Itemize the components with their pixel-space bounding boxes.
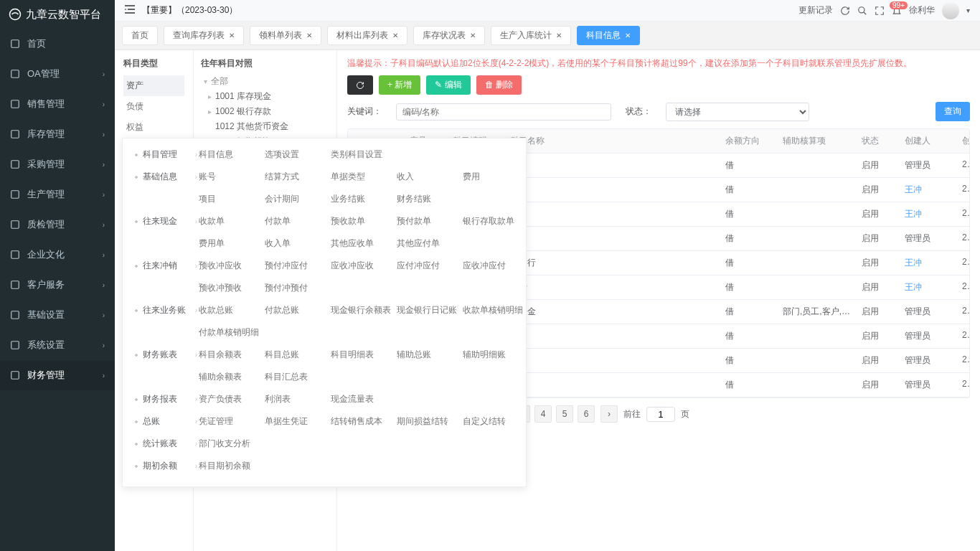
mega-item[interactable]: 辅助总账 [395,346,461,364]
mega-item[interactable]: 单据类型 [329,168,395,186]
tab-4[interactable]: 库存状况表✕ [413,26,485,45]
tree-node-1002[interactable]: ▸1002 银行存款 [195,104,335,119]
delete-button[interactable]: 🗑 删除 [476,75,522,95]
mega-item[interactable]: 辅助明细账 [461,346,527,364]
mega-item[interactable]: 财务结账 [395,190,461,208]
mega-item[interactable]: 科目期初余额 [197,457,263,475]
mega-item[interactable]: 银行存取款单 [461,212,527,230]
status-select[interactable]: 请选择 [666,103,809,121]
mega-item[interactable]: 收款总账 [197,301,263,319]
goto-input[interactable] [646,407,675,422]
mega-item[interactable]: 应收冲应收 [329,257,395,275]
mega-item[interactable]: 选项设置 [263,146,329,164]
keyword-input[interactable] [396,103,611,121]
query-button[interactable]: 查询 [936,102,970,121]
mega-item[interactable]: 收入单 [263,235,329,253]
sidebar-item-0[interactable]: 首页 [0,29,115,59]
next-page[interactable]: › [600,405,618,423]
mega-item[interactable]: 单据生凭证 [263,413,329,430]
mega-item[interactable]: 应收冲应付 [461,257,527,275]
top-notice[interactable]: 【重要】（2023-03-30） [142,4,237,17]
sidebar-item-1[interactable]: OA管理› [0,59,115,89]
mega-item[interactable]: 资产负债表 [197,390,263,408]
mega-item[interactable]: 期间损益结转 [395,413,461,430]
sidebar-item-7[interactable]: 企业文化› [0,240,115,270]
mega-item[interactable]: 科目总账 [263,346,329,364]
mega-item[interactable]: 付款总账 [263,301,329,319]
type-item-0[interactable]: 资产 [123,75,184,96]
chevron-down-icon[interactable]: ▾ [966,6,970,14]
mega-item[interactable]: 科目明细表 [329,346,395,364]
sidebar-item-8[interactable]: 客户服务› [0,270,115,300]
mega-item[interactable]: 预收款单 [329,212,395,230]
mega-item[interactable]: 预付款单 [395,212,461,230]
mega-item[interactable]: 预收冲应收 [197,257,263,275]
mega-item[interactable]: 辅助余额表 [197,368,263,386]
mega-item[interactable]: 类别科目设置 [329,146,395,164]
type-item-2[interactable]: 权益 [123,117,184,138]
mega-item[interactable]: 预付冲应付 [263,257,329,275]
mega-item[interactable]: 应付冲应付 [395,257,461,275]
tab-5[interactable]: 生产入库统计✕ [491,26,571,45]
edit-button[interactable]: ✎ 编辑 [426,75,470,95]
add-button[interactable]: + 新增 [379,75,420,95]
mega-item[interactable]: 现金流量表 [329,390,395,408]
mega-item[interactable]: 收款单核销明细 [461,301,527,319]
mega-item[interactable]: 现金银行日记账 [395,301,461,319]
mega-item[interactable]: 科目汇总表 [263,368,329,386]
mega-item[interactable]: 自定义结转 [461,413,527,430]
tab-1[interactable]: 查询库存列表✕ [164,26,244,45]
page-5[interactable]: 5 [556,405,573,423]
tree-root[interactable]: ▾全部 [195,74,335,89]
mega-item[interactable]: 其他应收单 [329,235,395,253]
user-name[interactable]: 徐利华 [909,4,935,17]
mega-item[interactable]: 项目 [197,190,263,208]
tab-2[interactable]: 领料单列表✕ [250,26,321,45]
close-icon[interactable]: ✕ [470,32,476,39]
mega-item[interactable]: 业务结账 [329,190,395,208]
mega-item[interactable]: 账号 [197,168,263,186]
sidebar-item-2[interactable]: 销售管理› [0,89,115,119]
sidebar-item-10[interactable]: 系统设置› [0,330,115,360]
tree-node-1001[interactable]: ▸1001 库存现金 [195,89,335,104]
mega-item[interactable]: 会计期间 [263,190,329,208]
mega-item[interactable]: 科目余额表 [197,346,263,364]
mega-item[interactable]: 凭证管理 [197,413,263,430]
search-icon[interactable] [857,6,867,16]
mega-item[interactable]: 费用 [461,168,527,186]
tab-0[interactable]: 首页 [122,26,158,45]
mega-item[interactable]: 利润表 [263,390,329,408]
mega-item[interactable]: 收入 [395,168,461,186]
sidebar-item-4[interactable]: 采购管理› [0,149,115,179]
mega-item[interactable]: 结算方式 [263,168,329,186]
mega-item[interactable]: 预付冲预付 [263,279,329,297]
mega-item[interactable]: 收款单 [197,212,263,230]
close-icon[interactable]: ✕ [306,32,312,39]
mega-item[interactable]: 付款单核销明细 [197,324,263,342]
tab-6[interactable]: 科目信息✕ [577,26,640,45]
update-log-link[interactable]: 更新记录 [798,4,833,17]
refresh-icon[interactable] [840,6,850,16]
mega-item[interactable]: 预收冲预收 [197,279,263,297]
mega-item[interactable]: 其他应付单 [395,235,461,253]
mega-item[interactable]: 结转销售成本 [329,413,395,430]
close-icon[interactable]: ✕ [229,32,235,39]
sidebar-item-9[interactable]: 基础设置› [0,300,115,330]
close-icon[interactable]: ✕ [556,32,562,39]
page-4[interactable]: 4 [534,405,552,423]
tree-node-1012[interactable]: 1012 其他货币资金 [195,119,335,134]
sidebar-item-3[interactable]: 库存管理› [0,119,115,149]
collapse-icon[interactable] [125,5,135,16]
mega-item[interactable]: 费用单 [197,235,263,253]
close-icon[interactable]: ✕ [625,32,631,39]
fullscreen-icon[interactable] [875,6,885,16]
avatar[interactable] [942,2,959,19]
sidebar-item-11[interactable]: 财务管理› [0,360,115,390]
tab-3[interactable]: 材料出库列表✕ [327,26,407,45]
mega-item[interactable]: 部门收支分析 [197,435,263,453]
page-6[interactable]: 6 [578,405,595,423]
close-icon[interactable]: ✕ [392,32,398,39]
type-item-1[interactable]: 负债 [123,96,184,117]
mega-item[interactable]: 付款单 [263,212,329,230]
sidebar-item-5[interactable]: 生产管理› [0,179,115,209]
